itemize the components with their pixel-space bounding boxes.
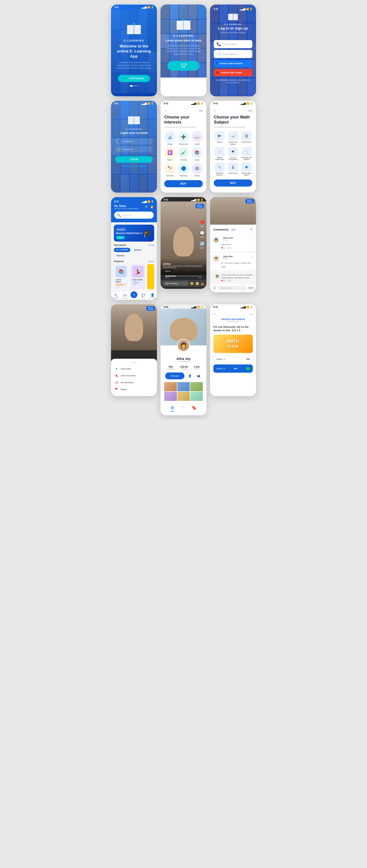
grid-tab[interactable]: ⊞ [171, 405, 174, 412]
google-label: Continue with Google [220, 71, 242, 74]
tag-all[interactable]: ALL COURSE [114, 248, 130, 252]
interest-mathematics[interactable]: ➕ Mathematics [178, 131, 189, 145]
bookmark-tab[interactable]: 🔖 [192, 405, 197, 412]
next-button-interests[interactable]: NEXT [164, 180, 203, 187]
comment-input[interactable]: Say something [218, 286, 247, 290]
add-friend-button[interactable]: 👤 [186, 372, 193, 379]
heart-tab[interactable]: ♡ [181, 405, 185, 412]
send-icon[interactable]: 📤 [201, 282, 204, 285]
video-back-arrow[interactable]: ← [162, 203, 166, 207]
math-title: Choose your Math Subject [214, 115, 252, 125]
interest-chemistry[interactable]: 🧪 Chemistry [178, 147, 189, 161]
math-objects[interactable]: 🔷 Mathematical objects [241, 162, 252, 176]
search-icon[interactable]: 🔍 [145, 205, 148, 209]
interest-library[interactable]: 📚 Library [192, 147, 203, 161]
option-add-favorites[interactable]: 🔖 Add to Favorites [115, 372, 153, 379]
interest-laboratory[interactable]: 🔭 Laboratory [164, 163, 175, 177]
send-button[interactable]: Send [248, 287, 253, 289]
say-input[interactable]: Say something... [163, 281, 189, 286]
math-skip[interactable]: Skip [248, 110, 252, 112]
google-button[interactable]: G Continue with Google [214, 69, 252, 76]
email-input-field[interactable]: ✉️ Email Addrress [214, 50, 252, 58]
video-thumb-1[interactable] [164, 382, 177, 391]
course-card-2[interactable]: 💃 Learn Salsa Physics 99 hrs [131, 264, 145, 289]
image-icon[interactable]: 🖼️ [195, 282, 199, 285]
course-card-1[interactable]: 📚 Lorem ipsum Business 24 hrs [114, 264, 129, 289]
like-action[interactable]: ❤️ 500 [200, 220, 205, 227]
video-progress-bar[interactable] [165, 276, 202, 276]
svg-point-8 [233, 12, 233, 13]
quiz-option-a[interactable]: Option: A 550 [213, 356, 253, 363]
signup-link[interactable]: Sign Up [139, 165, 146, 167]
math-computation[interactable]: 💻 Theory of Computation [227, 147, 239, 161]
math-combinatorics[interactable]: 🔢 Combinatorics [241, 131, 252, 145]
share-action[interactable]: ↗️ Share [200, 241, 205, 249]
password-field[interactable]: 🔒 Password [115, 146, 153, 152]
nav-discover[interactable]: 🔍 Discover [111, 293, 120, 299]
video-thumb-6[interactable] [190, 392, 203, 401]
math-probability[interactable]: 📉 Probability and statistics [241, 147, 252, 161]
comment-2-actions: Reply [221, 266, 253, 268]
tag-finance[interactable]: FINANCE [114, 253, 127, 258]
like-action-1[interactable]: ❤️ 24 [221, 247, 226, 249]
next-button-math[interactable]: NEXT [214, 180, 252, 187]
math-algebra[interactable]: ➕✕ Algebra [214, 131, 225, 145]
phone-input-field[interactable]: 📞 Phone number [214, 40, 252, 48]
login-button[interactable]: LOGIN [115, 156, 153, 163]
option-save-video[interactable]: ⬇ Save Video [115, 365, 153, 372]
quiz-option-b[interactable]: Option: B 560 ✓ [213, 365, 253, 373]
featured-see-all[interactable]: See all [149, 260, 154, 262]
option-not-interested[interactable]: 🚫 Not interested [115, 379, 153, 386]
reply-count[interactable]: 💬 3 [228, 280, 232, 282]
emoji-icon[interactable]: 😊 [190, 282, 194, 285]
math-game[interactable]: ♟️ Game theory [227, 162, 239, 176]
interest-reasoning[interactable]: 🔵 Reasoning [178, 163, 189, 177]
continue-button[interactable]: CONTINUES [118, 75, 150, 82]
option-report[interactable]: 🚩 Report [115, 386, 153, 393]
terms-link[interactable]: Terms of Service [227, 81, 239, 83]
course-cards-row: 📚 Lorem ipsum Business 24 hrs 💃 Learn Sa… [114, 264, 154, 289]
quiz-back[interactable]: ← [213, 312, 217, 316]
password-placeholder: Password [123, 148, 132, 151]
message-button[interactable]: Message [165, 372, 185, 379]
nav-my-course[interactable]: 📖 My Course [120, 293, 130, 299]
dot-2 [134, 85, 136, 87]
video-thumb-5[interactable] [177, 392, 190, 401]
interest-physics2[interactable]: ⚙️ Physics [192, 163, 203, 177]
comment-action[interactable]: 💬 1234 [200, 230, 205, 238]
search-box[interactable]: 🔍 Search here [114, 212, 154, 219]
tag-design[interactable]: DESIGN [132, 248, 144, 252]
username-field[interactable]: 👤 Username [115, 138, 153, 145]
math-applied[interactable]: 📈 Applied mathematics [214, 147, 225, 161]
reply-like[interactable]: ❤️ 69 [221, 280, 226, 282]
interest-biology[interactable]: 🔬 Biology [164, 131, 175, 145]
facebook-button[interactable]: f Continue with Facebook [214, 60, 252, 67]
nav-add[interactable]: + [130, 293, 139, 299]
reply-action-1[interactable]: 💬 3 [228, 247, 232, 249]
letsgo-button[interactable]: LETS GO [167, 61, 200, 71]
math-back[interactable]: ← [214, 109, 217, 113]
add-icon[interactable]: + [131, 291, 137, 298]
math-screen: 9:41 ▂▄▆ 📶 🔋 ← Skip Choose your Math Sub… [210, 101, 256, 192]
video-thumb-3[interactable] [190, 382, 203, 391]
back-arrow[interactable]: ← [164, 109, 167, 113]
nav-chat[interactable]: 💬 Chat [139, 293, 148, 299]
comment-2-more[interactable]: ⋯ [250, 255, 253, 259]
interest-physics[interactable]: ⚛️ Physics [164, 147, 175, 161]
view-button[interactable]: VIEW [116, 236, 125, 239]
comment-1-more[interactable]: ⋯ [250, 237, 253, 241]
video-thumb-4[interactable] [164, 392, 177, 401]
reply-link-2[interactable]: Reply [221, 266, 226, 268]
close-icon[interactable]: ✕ [250, 227, 253, 231]
notification-icon[interactable]: 🔔 [150, 205, 154, 209]
top-search-see-all[interactable]: See all [149, 244, 154, 246]
math-calculus[interactable]: 📊 Calculus and analysis [227, 131, 239, 145]
quiz-more-icon[interactable]: ⋯ [249, 312, 253, 317]
video-thumb-2[interactable] [177, 382, 190, 391]
chemistry-icon: 🧪 [181, 150, 186, 155]
math-operations[interactable]: 🔍 Operations research [214, 162, 225, 176]
interest-english[interactable]: 📖 English [192, 131, 203, 145]
skip-button[interactable]: Skip [199, 110, 203, 112]
video-call-button[interactable]: 📹 [195, 372, 202, 379]
nav-account[interactable]: 👤 Account [148, 293, 157, 299]
